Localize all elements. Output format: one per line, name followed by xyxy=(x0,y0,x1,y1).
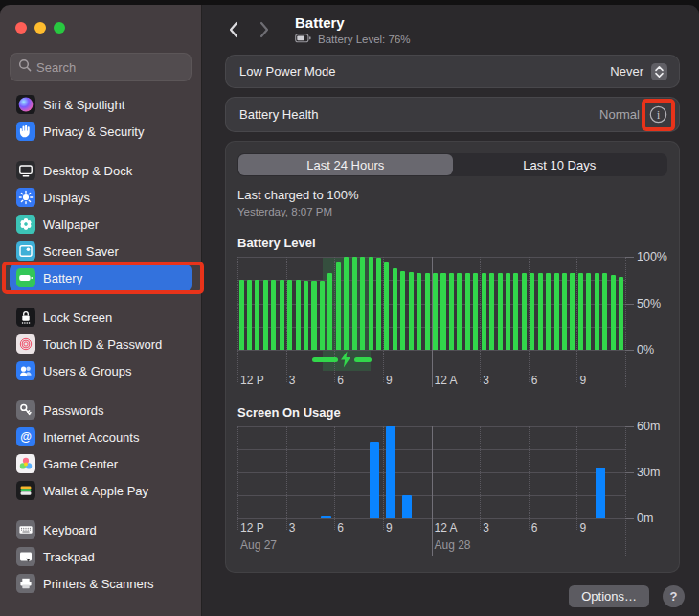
tab-last-10-days[interactable]: Last 10 Days xyxy=(453,154,667,175)
battery-level-chart-title: Battery Level xyxy=(237,236,667,250)
screen-on-usage-bar xyxy=(596,468,605,518)
sidebar-item-passwords[interactable]: Passwords xyxy=(10,397,192,423)
gridline-vertical xyxy=(576,257,577,382)
battery-level-bar xyxy=(570,273,575,351)
battery-level-text: Battery Level: 76% xyxy=(318,34,411,45)
battery-level-bar xyxy=(247,280,252,350)
battery-pane: Battery Battery Level: 76% Low Power Mod… xyxy=(202,5,699,616)
sidebar-item-label: Touch ID & Password xyxy=(43,337,162,352)
siri-icon xyxy=(16,95,35,114)
tab-last-24-hours[interactable]: Last 24 Hours xyxy=(238,154,453,175)
battery-health-label: Battery Health xyxy=(239,107,599,122)
battery-health-info-button[interactable]: i xyxy=(648,105,667,125)
battery-level-bar xyxy=(320,281,325,350)
users-groups-icon xyxy=(16,361,35,380)
sidebar-item-game-center[interactable]: Game Center xyxy=(10,450,192,477)
sidebar-item-battery[interactable]: Battery xyxy=(10,264,192,291)
battery-level-bar xyxy=(360,257,365,350)
charging-dash xyxy=(354,357,372,362)
svg-text:i: i xyxy=(656,109,659,121)
pane-header: Battery Battery Level: 76% xyxy=(202,5,699,55)
options-button[interactable]: Options… xyxy=(569,585,649,607)
sidebar-item-privacy-security[interactable]: Privacy & Security xyxy=(10,118,192,145)
y-axis-tick xyxy=(625,304,634,305)
battery-level-bar xyxy=(449,273,454,351)
sidebar-item-touch-id-password[interactable]: Touch ID & Password xyxy=(10,331,192,357)
sidebar-item-label: Battery xyxy=(43,271,82,285)
battery-level-bar xyxy=(296,280,301,350)
sidebar-item-internet-accounts[interactable]: @Internet Accounts xyxy=(10,423,192,450)
battery-level-bar xyxy=(271,280,276,350)
help-button[interactable]: ? xyxy=(663,585,685,607)
sidebar-item-displays[interactable]: Displays xyxy=(10,184,192,211)
screen-on-usage-chart: 12 P36912 A369Aug 27Aug 2860m30m0m xyxy=(237,426,625,556)
close-button[interactable] xyxy=(15,22,27,34)
forward-button[interactable] xyxy=(258,20,271,39)
y-axis-label: 60m xyxy=(637,420,660,433)
printers-icon xyxy=(16,574,35,593)
sidebar-item-label: Printers & Scanners xyxy=(43,577,154,591)
y-axis-tick xyxy=(625,472,634,473)
sidebar-item-label: Wallet & Apple Pay xyxy=(43,484,148,498)
battery-icon xyxy=(16,268,35,287)
battery-level-bar xyxy=(489,273,494,351)
y-axis-label: 30m xyxy=(637,466,660,479)
screen-on-usage-bar xyxy=(386,426,395,518)
battery-level-bar xyxy=(344,257,349,350)
screen-saver-icon xyxy=(16,241,35,261)
battery-level-bar xyxy=(595,273,599,351)
gridline-vertical xyxy=(480,426,481,530)
battery-level-bar xyxy=(376,258,381,350)
battery-level-status: Battery Level: 76% xyxy=(295,34,411,45)
battery-level-bar xyxy=(586,273,591,351)
x-axis-label: 9 xyxy=(386,374,393,387)
gridline-vertical xyxy=(529,426,530,530)
battery-level-bar xyxy=(327,273,332,350)
gridline-vertical xyxy=(334,257,335,382)
desktop-dock-icon xyxy=(16,161,35,180)
battery-health-value: Normal xyxy=(599,107,640,122)
x-axis-label: 12 P xyxy=(240,521,264,535)
passwords-icon xyxy=(16,400,35,420)
sidebar-item-label: Keyboard xyxy=(43,523,97,537)
sidebar-item-trackpad[interactable]: Trackpad xyxy=(10,543,192,570)
sidebar-item-keyboard[interactable]: Keyboard xyxy=(10,516,192,543)
sidebar-item-users-groups[interactable]: Users & Groups xyxy=(10,357,192,384)
last-charged-time: Yesterday, 8:07 PM xyxy=(237,206,667,217)
battery-level-bar xyxy=(263,280,268,350)
zoom-button[interactable] xyxy=(54,22,65,34)
sidebar-item-siri-spotlight[interactable]: Siri & Spotlight xyxy=(10,91,192,118)
y-axis-tick xyxy=(625,518,634,519)
sidebar-item-label: Game Center xyxy=(43,457,118,471)
low-power-mode-popup-button[interactable] xyxy=(651,63,667,80)
low-power-mode-row: Low Power Mode Never xyxy=(225,55,680,88)
date-label: Aug 27 xyxy=(240,538,277,552)
screenshot-stage: Siri & SpotlightPrivacy & SecurityDeskto… xyxy=(0,0,699,616)
search-input[interactable] xyxy=(36,60,180,75)
x-axis-label: 3 xyxy=(289,521,296,535)
pane-footer: Options… ? xyxy=(569,585,685,607)
gridline-vertical xyxy=(576,426,577,530)
sidebar-item-label: Internet Accounts xyxy=(43,430,139,445)
sidebar-item-wallpaper[interactable]: Wallpaper xyxy=(10,211,192,238)
charging-bolt-icon xyxy=(340,351,352,372)
sidebar-item-screen-saver[interactable]: Screen Saver xyxy=(10,238,192,264)
svg-text:@: @ xyxy=(20,430,32,444)
sidebar-item-label: Screen Saver xyxy=(43,244,119,259)
screen-on-usage-bar xyxy=(321,516,330,518)
screen-on-usage-bar xyxy=(402,495,412,518)
back-button[interactable] xyxy=(227,20,240,39)
search-field[interactable] xyxy=(10,53,192,81)
sidebar-item-desktop-dock[interactable]: Desktop & Dock xyxy=(10,157,192,184)
sidebar-item-printers-scanners[interactable]: Printers & Scanners xyxy=(10,570,192,597)
x-axis-label: 12 P xyxy=(240,374,264,387)
sidebar-group: Siri & SpotlightPrivacy & Security xyxy=(10,91,192,145)
minimize-button[interactable] xyxy=(34,22,46,34)
y-axis-tick xyxy=(625,350,634,351)
battery-usage-panel: Last 24 Hours Last 10 Days Last charged … xyxy=(225,141,680,573)
battery-level-bar xyxy=(409,272,414,350)
sidebar-item-lock-screen[interactable]: Lock Screen xyxy=(10,304,192,331)
gridline-vertical xyxy=(625,426,626,556)
screen-on-usage-chart-title: Screen On Usage xyxy=(237,405,667,420)
sidebar-item-wallet-apple-pay[interactable]: Wallet & Apple Pay xyxy=(10,477,192,504)
